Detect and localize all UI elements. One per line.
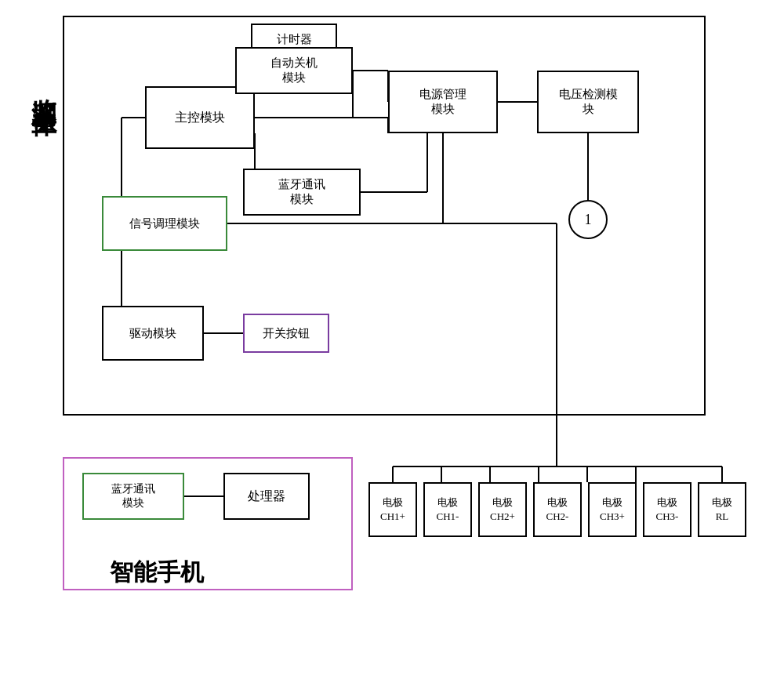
power-mgmt-label: 电源管理模块	[419, 87, 466, 117]
auto-shutdown-box: 自动关机模块	[235, 47, 353, 94]
switch-button-box: 开关按钮	[243, 314, 329, 353]
voltage-detect-label: 电压检测模块	[559, 87, 618, 117]
bluetooth-inner-box: 蓝牙通讯模块	[243, 169, 361, 216]
monitor-main-label: 监测器主体	[16, 78, 59, 94]
smartphone-label: 智能手机	[110, 557, 204, 589]
signal-process-box: 信号调理模块	[102, 196, 227, 251]
electrode-rl: 电极RL	[698, 482, 746, 537]
bluetooth-phone-label: 蓝牙通讯模块	[111, 482, 155, 510]
main-control-box: 主控模块	[145, 86, 255, 149]
auto-shutdown-label: 自动关机模块	[270, 56, 318, 85]
electrode-ch1plus: 电极CH1+	[368, 482, 417, 537]
drive-module-box: 驱动模块	[102, 306, 204, 361]
processor-box: 处理器	[223, 473, 310, 520]
circle-one: 1	[568, 200, 608, 239]
electrode-ch1minus: 电极CH1-	[423, 482, 472, 537]
electrode-ch3plus: 电极CH3+	[588, 482, 637, 537]
voltage-detect-box: 电压检测模块	[537, 71, 639, 133]
electrode-ch2minus: 电极CH2-	[533, 482, 582, 537]
bluetooth-inner-label: 蓝牙通讯模块	[278, 177, 325, 207]
power-mgmt-box: 电源管理模块	[388, 71, 498, 133]
electrode-ch3minus: 电极CH3-	[643, 482, 691, 537]
electrode-ch2plus: 电极CH2+	[478, 482, 527, 537]
bluetooth-phone-box: 蓝牙通讯模块	[82, 473, 184, 520]
